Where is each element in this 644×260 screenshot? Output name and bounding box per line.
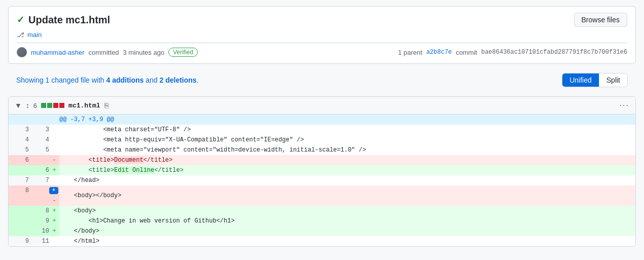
line-marker: -	[49, 155, 59, 165]
filename: mc1.html	[68, 102, 100, 109]
meta-right: 1 parent a2b8c7e commit bae86436ac107101…	[398, 49, 627, 56]
line-num-old: 9	[9, 236, 29, 246]
line-code: <title>Document</title>	[59, 155, 635, 165]
pill-green-1	[41, 103, 46, 108]
commit-header: ✓ Update mc1.html Browse files ⎇ main mu…	[8, 6, 636, 64]
line-num-new: 9	[29, 216, 49, 226]
line-num-old	[9, 115, 29, 125]
table-row: 7 7 </head>	[9, 175, 635, 185]
line-marker: +	[49, 216, 59, 226]
line-code: <meta charset="UTF-8" />	[59, 125, 635, 135]
avatar	[17, 47, 27, 57]
branch-row: ⎇ main	[17, 31, 627, 39]
stats-text: Showing 1 changed file with 4 additions …	[16, 76, 199, 84]
diff-file-header-left: ▼ ↕ 6 mc1.html ⎘	[15, 101, 109, 109]
browse-files-button[interactable]: Browse files	[574, 13, 627, 27]
diff-count: 6	[33, 102, 37, 109]
table-row: 9 + <h1>Change in web version of Github<…	[9, 216, 635, 226]
branch-icon: ⎇	[17, 31, 24, 39]
line-marker: +	[49, 165, 59, 175]
line-marker: +	[49, 226, 59, 236]
line-num-old	[9, 165, 29, 175]
commit-hash: bae86436ac107101cfabd287791f8c7b700f31e6	[481, 49, 627, 56]
line-code: <h1>Change in web version of Github</h1>	[59, 216, 635, 226]
commit-label: commit	[456, 49, 477, 56]
line-num-new	[29, 185, 49, 206]
changed-files-link[interactable]: 1 changed file	[46, 76, 90, 84]
additions-text: 4 additions	[106, 76, 144, 84]
line-num-old: 3	[9, 125, 29, 135]
table-row: 3 3 <meta charset="UTF-8" />	[9, 125, 635, 135]
line-code: <body></body>	[59, 185, 635, 206]
line-num-old: 5	[9, 145, 29, 155]
diff-panel: ▼ ↕ 6 mc1.html ⎘ ··· @@ -3,7 +3,9 @@	[8, 96, 636, 247]
deletions-text: 2 deletions	[160, 76, 197, 84]
view-toggle: Unified Split	[562, 73, 628, 87]
line-marker	[49, 145, 59, 155]
line-marker	[49, 236, 59, 246]
comment-bubble[interactable]: +	[49, 187, 58, 194]
line-num-new	[29, 115, 49, 125]
line-num-new	[29, 155, 49, 165]
commit-time: 3 minutes ago	[123, 49, 164, 56]
line-num-new: 7	[29, 175, 49, 185]
line-marker	[49, 175, 59, 185]
table-row: 6 + <title>Edit Online</title>	[9, 165, 635, 175]
commit-title: ✓ Update mc1.html	[17, 14, 110, 26]
meta-left: muhammad-asher committed 3 minutes ago V…	[17, 47, 198, 57]
line-marker: +	[49, 206, 59, 216]
line-code: </body>	[59, 226, 635, 236]
meta-row: muhammad-asher committed 3 minutes ago V…	[17, 43, 627, 57]
line-num-new: 10	[29, 226, 49, 236]
table-row: 6 - <title>Document</title>	[9, 155, 635, 165]
and-label: and	[146, 76, 157, 84]
more-options-button[interactable]: ···	[620, 101, 629, 110]
line-num-new: 3	[29, 125, 49, 135]
line-code: </html>	[59, 236, 635, 246]
collapse-icon[interactable]: ▼	[15, 101, 22, 109]
line-num-new: 5	[29, 145, 49, 155]
line-num-new: 11	[29, 236, 49, 246]
split-view-button[interactable]: Split	[599, 73, 627, 87]
line-marker	[49, 115, 59, 125]
line-code: <meta name="viewport" content="width=dev…	[59, 145, 635, 155]
action-text: committed	[89, 49, 119, 56]
line-marker	[49, 125, 59, 135]
unified-view-button[interactable]: Unified	[562, 73, 599, 87]
line-num-new: 4	[29, 135, 49, 145]
commit-title-row: ✓ Update mc1.html Browse files	[17, 13, 627, 27]
author-link[interactable]: muhammad-asher	[31, 49, 85, 56]
line-code: <title>Edit Online</title>	[59, 165, 635, 175]
table-row: 8 + <body>	[9, 206, 635, 216]
checkmark-icon: ✓	[17, 14, 24, 25]
diff-file-header: ▼ ↕ 6 mc1.html ⎘ ···	[9, 97, 635, 115]
table-row: 8 +- <body></body>	[9, 185, 635, 206]
showing-label: Showing	[16, 76, 44, 84]
diff-stats-pills	[41, 103, 64, 108]
verified-badge: Verified	[168, 48, 198, 57]
line-code: </head>	[59, 175, 635, 185]
line-num-old	[9, 216, 29, 226]
line-marker: +-	[49, 185, 59, 206]
parent-hash-link[interactable]: a2b8c7e	[426, 49, 452, 56]
line-num-old: 7	[9, 175, 29, 185]
branch-link[interactable]: main	[27, 31, 42, 39]
stats-bar: Showing 1 changed file with 4 additions …	[8, 68, 636, 92]
line-num-old: 4	[9, 135, 29, 145]
commit-title-text: Update mc1.html	[28, 14, 110, 26]
parent-label: 1 parent	[398, 49, 422, 56]
table-row: @@ -3,7 +3,9 @@	[9, 115, 635, 125]
line-num-old	[9, 226, 29, 236]
diff-table: @@ -3,7 +3,9 @@ 3 3 <meta charset="UTF-8…	[9, 115, 635, 246]
line-code: <body>	[59, 206, 635, 216]
line-marker	[49, 135, 59, 145]
period: .	[197, 76, 199, 84]
table-row: 4 4 <meta http-equiv="X-UA-Compatible" c…	[9, 135, 635, 145]
copy-icon[interactable]: ⎘	[104, 101, 109, 109]
line-num-new: 6	[29, 165, 49, 175]
line-code: @@ -3,7 +3,9 @@	[59, 115, 635, 125]
line-num-old: 8	[9, 185, 29, 206]
line-num-old: 6	[9, 155, 29, 165]
line-num-new: 8	[29, 206, 49, 216]
diff-change-icon: ↕	[26, 101, 29, 109]
